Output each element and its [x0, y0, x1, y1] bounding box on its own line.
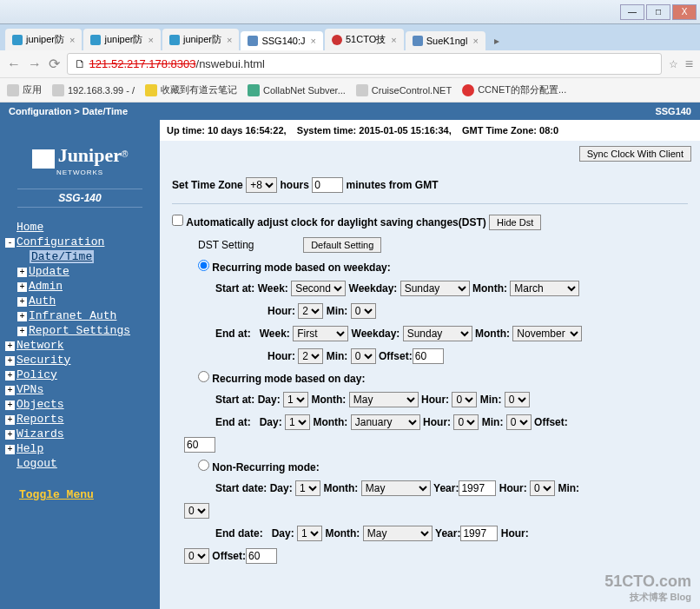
expand-icon[interactable]: + — [5, 341, 15, 351]
nav-network[interactable]: Network — [17, 339, 64, 352]
day-offset-input[interactable] — [184, 437, 215, 453]
nav-auth[interactable]: Auth — [29, 295, 56, 308]
non-offset-input[interactable] — [246, 548, 277, 564]
nav-objects[interactable]: Objects — [17, 398, 64, 411]
expand-icon[interactable]: + — [17, 268, 27, 277]
nav-wizards[interactable]: Wizards — [17, 427, 64, 440]
expand-icon[interactable]: + — [5, 356, 15, 366]
expand-icon[interactable]: + — [5, 415, 15, 425]
bookmark-ccnet[interactable]: CCNET的部分配置... — [462, 83, 566, 96]
tz-hours-select[interactable]: +8 — [246, 177, 277, 193]
collapse-icon[interactable]: - — [5, 238, 15, 248]
non-start-hour[interactable]: 0 — [530, 480, 555, 496]
bookmark-collabnet[interactable]: CollabNet Subver... — [248, 84, 346, 96]
nav-vpns[interactable]: VPNs — [17, 383, 43, 396]
nav-update[interactable]: Update — [29, 265, 69, 278]
nav-logout[interactable]: Logout — [17, 457, 57, 470]
close-icon[interactable]: × — [227, 35, 232, 45]
nav-security[interactable]: Security — [17, 354, 70, 367]
forward-button[interactable]: → — [28, 56, 42, 72]
tab-juniper-1[interactable]: juniper防× — [5, 29, 82, 50]
non-end-day[interactable]: 1 — [297, 526, 322, 541]
non-end-year[interactable] — [460, 526, 498, 541]
nav-home[interactable]: Home — [17, 221, 43, 234]
day-end-hour[interactable]: 0 — [453, 414, 479, 430]
nav-policy[interactable]: Policy — [17, 368, 57, 381]
bookmark-ip[interactable]: 192.168.3.99 - / — [52, 84, 135, 96]
window-minimize[interactable]: — — [620, 4, 644, 20]
expand-icon[interactable]: + — [17, 297, 27, 307]
tab-ssg140[interactable]: SSG140:J× — [241, 31, 323, 50]
non-start-day[interactable]: 1 — [295, 480, 320, 496]
reload-button[interactable]: ⟳ — [49, 56, 60, 72]
nav-configuration[interactable]: Configuration — [17, 235, 104, 248]
tab-juniper-3[interactable]: juniper防× — [162, 29, 239, 50]
day-start-min[interactable]: 0 — [505, 392, 530, 407]
day-start-day[interactable]: 1 — [283, 392, 308, 407]
end-weekday-select[interactable]: Sunday — [403, 326, 472, 341]
back-button[interactable]: ← — [7, 56, 21, 72]
tab-suek[interactable]: SueK1ngl× — [406, 31, 485, 50]
close-icon[interactable]: × — [311, 36, 316, 46]
start-weekday-select[interactable]: Sunday — [400, 281, 470, 296]
hide-dst-button[interactable] — [489, 215, 541, 230]
mode-day-radio[interactable] — [198, 371, 209, 382]
mode-weekday-radio[interactable] — [198, 260, 209, 271]
address-bar: ← → ⟳ 🗋 121.52.217.178:8303/nswebui.html… — [0, 50, 700, 78]
expand-icon[interactable]: + — [5, 371, 15, 381]
bookmark-youdao[interactable]: 收藏到有道云笔记 — [145, 83, 237, 96]
nav-infranet[interactable]: Infranet Auth — [29, 309, 116, 322]
non-end-month[interactable]: May — [363, 526, 433, 541]
end-week-select[interactable]: First — [293, 326, 348, 341]
close-icon[interactable]: × — [391, 35, 396, 45]
nav-report-settings[interactable]: Report Settings — [29, 324, 130, 337]
non-end-hour[interactable]: 0 — [184, 548, 209, 564]
end-min-select[interactable]: 0 — [351, 348, 376, 364]
nav-datetime[interactable]: Date/Time — [30, 250, 94, 263]
start-month-select[interactable]: March — [510, 281, 579, 296]
expand-icon[interactable]: + — [17, 312, 27, 321]
dst-auto-checkbox[interactable] — [172, 215, 183, 226]
expand-icon[interactable]: + — [5, 400, 15, 410]
tab-51cto[interactable]: 51CTO技× — [325, 29, 404, 50]
expand-icon[interactable]: + — [5, 386, 15, 395]
day-end-day[interactable]: 1 — [285, 414, 310, 430]
start-min-select[interactable]: 0 — [351, 303, 376, 319]
expand-icon[interactable]: + — [5, 445, 15, 454]
end-month-select[interactable]: November — [512, 326, 582, 341]
expand-icon[interactable]: + — [17, 282, 27, 292]
tz-minutes-input[interactable] — [312, 177, 343, 193]
day-start-month[interactable]: May — [349, 392, 419, 407]
new-tab-button[interactable]: ▸ — [487, 31, 506, 50]
end-hour-select[interactable]: 2 — [298, 348, 323, 364]
url-input[interactable]: 🗋 121.52.217.178:8303/nswebui.html — [67, 53, 662, 75]
offset-input[interactable] — [413, 348, 444, 364]
default-setting-button[interactable] — [303, 237, 381, 253]
mode-non-radio[interactable] — [198, 460, 209, 471]
sync-clock-button[interactable] — [579, 146, 691, 162]
close-icon[interactable]: × — [149, 35, 154, 45]
nav-admin[interactable]: Admin — [29, 280, 63, 293]
apps-button[interactable]: 应用 — [7, 83, 42, 96]
expand-icon[interactable]: + — [17, 327, 27, 336]
window-maximize[interactable]: □ — [646, 4, 670, 20]
day-end-min[interactable]: 0 — [506, 414, 532, 430]
start-week-select[interactable]: Second — [291, 281, 346, 296]
nav-help[interactable]: Help — [17, 442, 43, 455]
bookmark-cruise[interactable]: CruiseControl.NET — [356, 84, 452, 96]
bookmark-star-icon[interactable]: ☆ — [669, 58, 678, 70]
toggle-menu-link[interactable]: Toggle Menu — [19, 488, 94, 501]
expand-icon[interactable]: + — [5, 430, 15, 440]
non-start-min[interactable]: 0 — [184, 503, 209, 519]
day-start-hour[interactable]: 0 — [452, 392, 477, 407]
day-end-month[interactable]: January — [351, 414, 420, 430]
tab-juniper-2[interactable]: juniper防× — [83, 29, 160, 50]
close-icon[interactable]: × — [69, 35, 75, 45]
menu-icon[interactable]: ≡ — [685, 56, 693, 72]
start-hour-select[interactable]: 2 — [298, 303, 323, 319]
window-close[interactable]: X — [672, 4, 697, 20]
close-icon[interactable]: × — [472, 36, 478, 46]
nav-reports[interactable]: Reports — [17, 413, 64, 426]
non-start-year[interactable] — [459, 480, 496, 496]
non-start-month[interactable]: May — [361, 480, 431, 496]
